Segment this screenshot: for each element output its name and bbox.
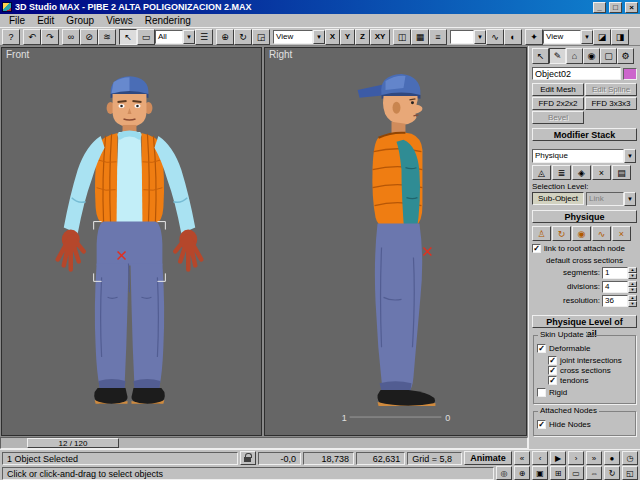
segments-spinner[interactable]: ▲ ▼: [628, 267, 637, 279]
sub-object-button[interactable]: Sub-Object: [532, 192, 584, 205]
redo-icon[interactable]: ↷: [41, 29, 59, 45]
edit-mesh-button[interactable]: Edit Mesh: [532, 83, 584, 96]
edit-stack-icon[interactable]: ▤: [612, 165, 631, 180]
close-button[interactable]: ×: [625, 2, 638, 13]
chevron-down-icon[interactable]: ▼: [313, 30, 325, 44]
bind-to-spacewarp-icon[interactable]: ≋: [98, 29, 116, 45]
title-bar[interactable]: 3D Studio MAX - PIBE 2 ALTA POLIGONIZACI…: [0, 0, 640, 14]
bulge-editor-icon[interactable]: ◉: [572, 226, 591, 241]
tendon-icon[interactable]: ∿: [592, 226, 611, 241]
segments-field[interactable]: 1: [602, 267, 628, 279]
hide-nodes-checkbox[interactable]: ✓: [537, 420, 546, 429]
spin-down-icon[interactable]: ▼: [628, 273, 637, 279]
select-and-link-icon[interactable]: ∞: [62, 29, 80, 45]
arc-rotate-icon[interactable]: ↻: [604, 466, 620, 480]
track-view-icon[interactable]: ∿: [486, 29, 504, 45]
select-object-icon[interactable]: ↖: [119, 29, 137, 45]
pan-icon[interactable]: ⇔: [586, 466, 602, 480]
zoom-extents-all-icon[interactable]: ⊞: [550, 466, 566, 480]
delete-physique-icon[interactable]: ×: [612, 226, 631, 241]
unlink-selection-icon[interactable]: ⊘: [80, 29, 98, 45]
tab-display-icon[interactable]: ▢: [600, 48, 617, 64]
select-by-name-icon[interactable]: ☰: [195, 29, 213, 45]
play-button[interactable]: ▶: [550, 451, 566, 465]
min-max-toggle-icon[interactable]: ◱: [622, 466, 638, 480]
divisions-field[interactable]: 4: [602, 281, 628, 293]
render-last-icon[interactable]: ◨: [611, 29, 629, 45]
pin-stack-icon[interactable]: ◬: [532, 165, 551, 180]
viewport-front[interactable]: Front: [1, 47, 262, 436]
zoom-extents-icon[interactable]: ▣: [532, 466, 548, 480]
time-slider-handle[interactable]: 12 / 120: [27, 438, 119, 448]
tab-hierarchy-icon[interactable]: ⌂: [566, 48, 583, 64]
rigid-checkbox[interactable]: [537, 388, 546, 397]
mirror-icon[interactable]: ◫: [393, 29, 411, 45]
render-type-dropdown[interactable]: View ▼: [543, 30, 593, 44]
tab-utilities-icon[interactable]: ⚙: [617, 48, 634, 64]
menu-edit[interactable]: Edit: [31, 14, 60, 27]
time-config-button[interactable]: ◷: [622, 451, 638, 465]
ffd-3x3x3-button[interactable]: FFD 3x3x3: [585, 97, 637, 110]
array-icon[interactable]: ▦: [411, 29, 429, 45]
next-frame-button[interactable]: ›: [568, 451, 584, 465]
selection-region-icon[interactable]: ▭: [137, 29, 155, 45]
go-to-end-button[interactable]: »: [586, 451, 602, 465]
modifier-stack-header[interactable]: Modifier Stack: [532, 128, 637, 141]
animate-button[interactable]: Animate: [464, 451, 512, 465]
select-scale-icon[interactable]: ◲: [252, 29, 270, 45]
render-scene-icon[interactable]: ✦: [525, 29, 543, 45]
context-help-icon[interactable]: ?: [2, 29, 20, 45]
cross-sections-checkbox[interactable]: ✓: [548, 366, 557, 375]
viewport-right[interactable]: Right: [264, 47, 527, 436]
selection-filter-dropdown[interactable]: All ▼: [155, 30, 195, 44]
restrict-y-button[interactable]: Y: [340, 29, 355, 45]
select-move-icon[interactable]: ⊕: [216, 29, 234, 45]
menu-group[interactable]: Group: [60, 14, 100, 27]
restrict-z-button[interactable]: Z: [355, 29, 370, 45]
resolution-spinner[interactable]: ▲ ▼: [628, 295, 637, 307]
physique-rollout-header[interactable]: Physique: [532, 210, 637, 223]
lock-selection-button[interactable]: [240, 451, 256, 465]
spin-down-icon[interactable]: ▼: [628, 287, 637, 293]
tab-create-icon[interactable]: ↖: [532, 48, 549, 64]
menu-file[interactable]: File: [3, 14, 31, 27]
menu-rendering[interactable]: Rendering: [139, 14, 197, 27]
link-root-checkbox[interactable]: ✓: [532, 244, 541, 253]
restrict-xy-button[interactable]: XY: [370, 29, 390, 45]
chevron-down-icon[interactable]: ▼: [183, 30, 195, 44]
viewport-front-label[interactable]: Front: [6, 49, 29, 60]
attach-to-node-icon[interactable]: ♙: [532, 226, 551, 241]
select-rotate-icon[interactable]: ↻: [234, 29, 252, 45]
tab-modify-icon[interactable]: ✎: [549, 48, 566, 64]
region-zoom-icon[interactable]: ▭: [568, 466, 584, 480]
tendons-checkbox[interactable]: ✓: [548, 376, 557, 385]
resolution-field[interactable]: 36: [602, 295, 628, 307]
menu-views[interactable]: Views: [100, 14, 139, 27]
divisions-spinner[interactable]: ▲ ▼: [628, 281, 637, 293]
previous-frame-button[interactable]: ‹: [532, 451, 548, 465]
quick-render-icon[interactable]: ◪: [593, 29, 611, 45]
show-end-result-icon[interactable]: ≣: [552, 165, 571, 180]
physique-lod-header[interactable]: Physique Level of Detail: [532, 315, 637, 328]
key-mode-button[interactable]: ●: [604, 451, 620, 465]
zoom-icon[interactable]: ◎: [496, 466, 512, 480]
chevron-down-icon[interactable]: ▼: [474, 30, 486, 44]
reinitialize-icon[interactable]: ↻: [552, 226, 571, 241]
object-name-field[interactable]: Object02: [532, 67, 621, 80]
chevron-down-icon[interactable]: ▼: [581, 30, 593, 44]
reference-coord-dropdown[interactable]: View ▼: [273, 30, 325, 44]
viewport-right-label[interactable]: Right: [269, 49, 292, 60]
object-color-swatch[interactable]: [623, 68, 637, 80]
tab-motion-icon[interactable]: ◉: [583, 48, 600, 64]
spin-down-icon[interactable]: ▼: [628, 301, 637, 307]
go-to-start-button[interactable]: «: [514, 451, 530, 465]
modifier-stack-dropdown[interactable]: Physique ▼: [532, 149, 636, 163]
named-selection-sets-dropdown[interactable]: ▼: [450, 30, 486, 44]
minimize-button[interactable]: _: [593, 2, 606, 13]
maximize-button[interactable]: □: [609, 2, 622, 13]
make-unique-icon[interactable]: ◈: [572, 165, 591, 180]
restrict-x-button[interactable]: X: [325, 29, 340, 45]
chevron-down-icon[interactable]: ▼: [624, 149, 636, 163]
align-icon[interactable]: ≡: [429, 29, 447, 45]
time-slider-track[interactable]: 12 / 120: [0, 437, 528, 449]
